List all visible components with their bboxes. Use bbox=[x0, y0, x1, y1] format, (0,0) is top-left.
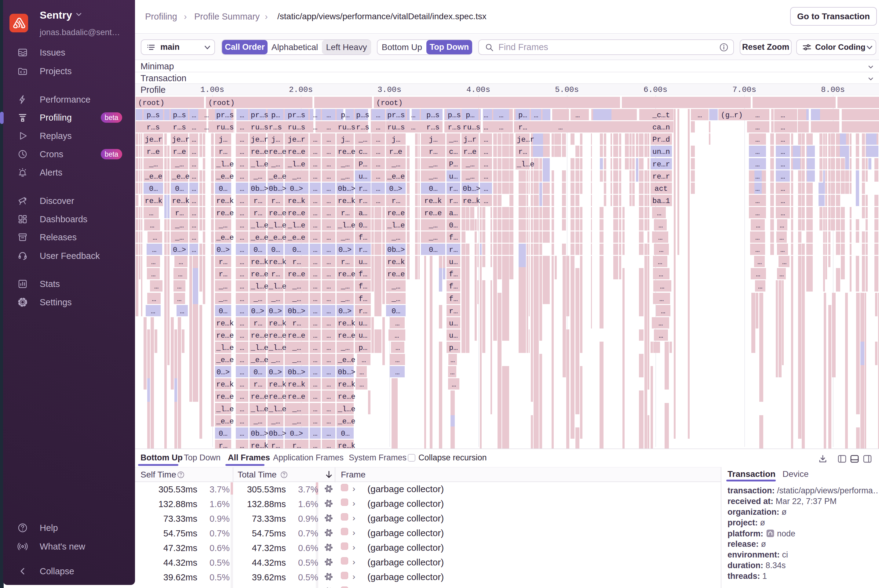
svg-text:0…>: 0…> bbox=[338, 246, 352, 254]
svg-text:…: … bbox=[313, 197, 317, 205]
svg-text:_l…e: _l…e bbox=[338, 405, 356, 413]
svg-text:…: … bbox=[313, 429, 317, 438]
svg-text:…: … bbox=[313, 148, 317, 156]
svg-text:…: … bbox=[755, 197, 760, 205]
svg-text:p…s: p…s bbox=[426, 111, 440, 119]
svg-text:…: … bbox=[326, 417, 331, 426]
svg-text:…: … bbox=[313, 442, 317, 449]
svg-text:0…: 0… bbox=[219, 185, 228, 193]
svg-text:_e…e: _e…e bbox=[144, 172, 162, 181]
svg-text:p…: p… bbox=[449, 344, 458, 352]
svg-text:…: … bbox=[326, 332, 331, 340]
svg-text:(root): (root) bbox=[138, 99, 164, 107]
svg-text:…: … bbox=[395, 320, 400, 328]
svg-text:…: … bbox=[240, 258, 244, 266]
svg-text:_l…e: _l…e bbox=[287, 160, 305, 168]
svg-text:r…: r… bbox=[219, 270, 228, 278]
svg-text:p…: p… bbox=[359, 344, 367, 352]
svg-text:re…k: re…k bbox=[424, 197, 442, 205]
svg-text:…: … bbox=[755, 135, 760, 144]
svg-text:…: … bbox=[240, 160, 244, 168]
svg-text:_l…e: _l…e bbox=[517, 160, 535, 168]
svg-text:…: … bbox=[313, 221, 317, 230]
svg-text:re…k: re…k bbox=[216, 197, 234, 205]
svg-text:…: … bbox=[240, 123, 244, 132]
svg-text:…: … bbox=[326, 221, 331, 230]
svg-text:re…e: re…e bbox=[424, 209, 442, 218]
svg-text:…: … bbox=[326, 258, 331, 266]
svg-text:…: … bbox=[152, 295, 156, 303]
svg-text:…: … bbox=[758, 282, 762, 291]
svg-text:f…: f… bbox=[359, 234, 367, 242]
svg-text:…: … bbox=[411, 111, 415, 119]
svg-text:r…: r… bbox=[429, 148, 438, 156]
svg-text:…: … bbox=[240, 221, 244, 230]
svg-text:…: … bbox=[313, 368, 317, 376]
svg-text:0…>: 0…> bbox=[290, 185, 303, 193]
svg-text:_…: _… bbox=[253, 172, 262, 181]
svg-text:_e…e: _e…e bbox=[269, 172, 287, 181]
svg-text:…: … bbox=[326, 270, 331, 278]
svg-text:a…: a… bbox=[449, 209, 458, 218]
svg-text:…: … bbox=[782, 258, 786, 266]
svg-text:r…: r… bbox=[219, 258, 228, 266]
svg-text:p…: p… bbox=[271, 111, 280, 119]
svg-text:…: … bbox=[151, 307, 155, 315]
svg-text:0…: 0… bbox=[271, 246, 280, 254]
svg-text:_…: _… bbox=[271, 356, 280, 364]
svg-text:_l…e: _l…e bbox=[338, 221, 356, 230]
svg-text:…: … bbox=[240, 405, 244, 413]
svg-text:0b…>: 0b…> bbox=[338, 185, 356, 193]
svg-text:_…: _… bbox=[292, 344, 301, 352]
svg-text:…: … bbox=[359, 368, 364, 376]
svg-text:r…: r… bbox=[219, 442, 228, 449]
svg-text:re…k: re…k bbox=[288, 197, 305, 205]
svg-text:_e…e: _e…e bbox=[251, 356, 269, 364]
svg-text:_…: _… bbox=[292, 282, 301, 291]
svg-text:…: … bbox=[697, 111, 702, 119]
svg-text:…: … bbox=[484, 160, 488, 168]
svg-text:…: … bbox=[240, 356, 244, 364]
svg-text:r…s: r…s bbox=[147, 123, 160, 132]
svg-text:…: … bbox=[326, 282, 331, 291]
svg-text:r…: r… bbox=[292, 258, 301, 266]
svg-text:ru…s: ru…s bbox=[216, 123, 234, 132]
svg-text:…: … bbox=[326, 393, 331, 401]
svg-text:u…: u… bbox=[359, 172, 367, 181]
svg-text:…: … bbox=[781, 135, 785, 144]
svg-text:_e…e: _e…e bbox=[338, 417, 356, 426]
svg-text:…: … bbox=[240, 172, 244, 181]
svg-text:…: … bbox=[240, 307, 244, 315]
svg-text:ba…1: ba…1 bbox=[652, 197, 670, 205]
svg-text:…: … bbox=[240, 209, 244, 218]
svg-text:…: … bbox=[192, 123, 196, 132]
svg-text:…: … bbox=[781, 111, 785, 119]
svg-text:r…: r… bbox=[254, 320, 262, 328]
svg-text:_e…e: _e…e bbox=[216, 356, 234, 364]
svg-text:…: … bbox=[240, 148, 244, 156]
svg-text:0…>: 0…> bbox=[389, 185, 402, 193]
svg-text:…: … bbox=[240, 393, 244, 401]
svg-text:…: … bbox=[240, 282, 244, 291]
svg-text:r…: r… bbox=[518, 123, 527, 132]
svg-text:…: … bbox=[499, 111, 503, 119]
svg-text:re…k: re…k bbox=[269, 258, 287, 266]
svg-text:…: … bbox=[192, 148, 196, 156]
svg-text:…: … bbox=[240, 429, 244, 438]
svg-text:je…r: je…r bbox=[145, 135, 162, 144]
svg-text:…: … bbox=[450, 368, 454, 376]
svg-text:re…e: re…e bbox=[288, 209, 305, 218]
svg-text:…: … bbox=[240, 380, 244, 388]
svg-text:_e…e: _e…e bbox=[387, 172, 405, 181]
svg-text:…: … bbox=[484, 111, 488, 119]
svg-text:…: … bbox=[178, 270, 182, 278]
svg-text:…: … bbox=[313, 135, 317, 144]
svg-text:0…: 0… bbox=[254, 246, 262, 254]
svg-text:…: … bbox=[780, 270, 784, 278]
svg-text:…: … bbox=[326, 172, 331, 181]
svg-text:…: … bbox=[395, 356, 400, 364]
svg-text:…: … bbox=[376, 123, 380, 132]
svg-text:r…: r… bbox=[449, 307, 458, 315]
svg-text:…: … bbox=[484, 197, 488, 205]
svg-text:a…: a… bbox=[359, 209, 367, 218]
